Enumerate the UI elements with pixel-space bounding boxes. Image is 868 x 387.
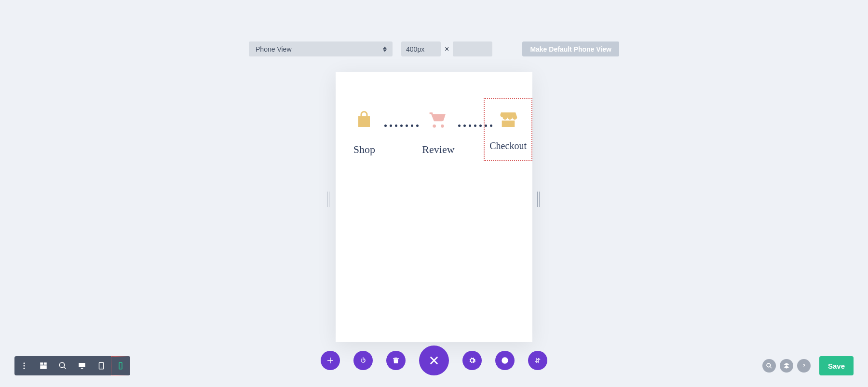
help-button[interactable]: ?: [797, 359, 811, 373]
sort-arrows-icon: [383, 46, 387, 52]
delete-button[interactable]: [386, 351, 406, 370]
power-button[interactable]: [353, 351, 373, 370]
step-label: Shop: [353, 143, 375, 156]
dimension-inputs: ×: [401, 41, 492, 56]
phone-view-button[interactable]: [111, 356, 130, 375]
phone-preview-canvas: Shop Review Checkout: [336, 72, 532, 342]
shopping-cart-icon: [426, 108, 450, 132]
search-button[interactable]: [762, 359, 776, 373]
view-selector-value: Phone View: [256, 45, 291, 53]
power-icon: [359, 357, 367, 364]
wireframe-button[interactable]: [34, 356, 53, 375]
svg-point-0: [24, 362, 25, 364]
desktop-icon: [78, 361, 86, 370]
svg-rect-4: [44, 362, 47, 365]
trash-icon: [392, 357, 400, 364]
tablet-view-button[interactable]: [92, 356, 111, 375]
gear-icon: [468, 357, 476, 364]
viewport-controls: Phone View × Make Default Phone View: [0, 41, 868, 56]
svg-point-1: [24, 365, 25, 367]
view-selector[interactable]: Phone View: [249, 41, 393, 56]
svg-point-9: [120, 368, 121, 369]
utility-bar: ? Save: [762, 356, 854, 375]
history-button[interactable]: [495, 351, 515, 370]
zoom-button[interactable]: [53, 356, 72, 375]
sort-icon: [534, 357, 542, 364]
layers-button[interactable]: [780, 359, 793, 373]
svg-point-2: [24, 368, 25, 369]
close-icon: [429, 355, 439, 366]
shopping-bag-icon: [352, 108, 376, 132]
view-toolbar: [14, 356, 130, 375]
magnify-icon: [58, 361, 67, 370]
store-icon: [496, 108, 520, 132]
action-bar: [321, 346, 547, 375]
multiply-icon: ×: [445, 45, 449, 54]
step-label: Checkout: [489, 140, 527, 152]
wireframe-icon: [39, 361, 48, 370]
more-vertical-icon: [20, 361, 28, 370]
plus-icon: [326, 357, 334, 364]
clock-icon: [501, 357, 509, 364]
width-input[interactable]: [401, 41, 441, 56]
tablet-icon: [97, 361, 106, 370]
desktop-view-button[interactable]: [72, 356, 92, 375]
magnify-icon: [766, 362, 773, 369]
step-checkout[interactable]: Checkout: [484, 98, 532, 161]
checkout-steps: Shop Review Checkout: [336, 108, 532, 161]
settings-button[interactable]: [462, 351, 482, 370]
close-button[interactable]: [419, 346, 449, 375]
help-icon: ?: [800, 362, 807, 369]
svg-rect-5: [40, 365, 47, 369]
phone-icon: [116, 361, 125, 370]
svg-point-7: [101, 368, 102, 369]
step-label: Review: [422, 143, 454, 156]
make-default-button[interactable]: Make Default Phone View: [522, 41, 619, 56]
svg-rect-3: [40, 362, 43, 365]
resize-handle-right[interactable]: [537, 192, 541, 207]
save-button[interactable]: Save: [819, 356, 854, 375]
more-button[interactable]: [14, 356, 34, 375]
add-button[interactable]: [321, 351, 340, 370]
svg-text:?: ?: [802, 363, 805, 368]
layers-icon: [783, 362, 790, 369]
height-input[interactable]: [453, 41, 492, 56]
sort-button[interactable]: [528, 351, 547, 370]
resize-handle-left[interactable]: [327, 192, 331, 207]
